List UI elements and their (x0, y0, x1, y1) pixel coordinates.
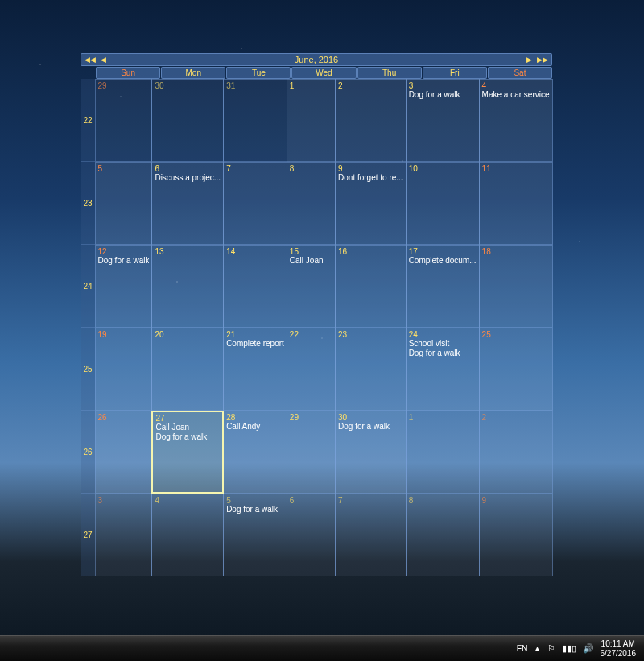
day-cell[interactable]: 3Dog for a walk (406, 79, 480, 162)
calendar-event[interactable]: Call Joan (290, 256, 332, 266)
day-cell[interactable]: 9Dont forget to re... (335, 162, 407, 245)
day-cell[interactable]: 30 (151, 79, 224, 162)
day-header-sun: Sun (96, 67, 160, 79)
day-cell[interactable]: 28Call Andy (223, 411, 287, 494)
day-number: 13 (155, 247, 221, 256)
calendar-event[interactable]: Dog for a walk (409, 90, 477, 100)
day-number: 4 (155, 496, 221, 505)
day-cell[interactable]: 24School visitDog for a walk (406, 328, 480, 411)
day-number: 7 (226, 164, 284, 173)
calendar-title: June, 2016 (295, 55, 338, 64)
calendar-event[interactable]: Call Andy (226, 422, 284, 432)
day-cell[interactable]: 26 (95, 411, 153, 494)
day-header-sat: Sat (488, 67, 552, 79)
day-number: 6 (290, 496, 332, 505)
calendar-event[interactable]: Dog for a walk (338, 422, 403, 432)
volume-icon[interactable]: 🔊 (583, 643, 594, 654)
day-number: 31 (226, 81, 284, 90)
calendar-event[interactable]: Dog for a walk (98, 256, 150, 266)
day-cell[interactable]: 2 (335, 79, 407, 162)
calendar-widget: ◀◀ ◀ June, 2016 ▶ ▶▶ SunMonTueWedThuFriS… (80, 53, 552, 576)
day-cell[interactable]: 5 (95, 162, 153, 245)
day-cell[interactable]: 6Discuss a projec... (151, 162, 224, 245)
week-number: 25 (80, 328, 95, 411)
day-cell[interactable]: 8 (406, 494, 480, 576)
day-cell[interactable]: 7 (223, 162, 287, 245)
day-number: 6 (155, 164, 221, 173)
day-cell[interactable]: 12Dog for a walk (95, 245, 153, 328)
day-cell[interactable]: 29 (287, 411, 336, 494)
day-cell[interactable]: 15Call Joan (287, 245, 336, 328)
calendar-event[interactable]: School visit (409, 339, 477, 349)
calendar-topbar: ◀◀ ◀ June, 2016 ▶ ▶▶ (80, 53, 552, 66)
day-number: 24 (409, 330, 477, 339)
day-header-mon: Mon (161, 67, 225, 79)
network-icon[interactable]: ▮▮▯ (562, 643, 576, 654)
day-number: 10 (409, 164, 477, 173)
day-number: 27 (155, 414, 220, 423)
tray-overflow-icon[interactable]: ▲ (535, 645, 541, 652)
action-center-icon[interactable]: ⚐ (547, 643, 555, 654)
day-cell[interactable]: 25 (479, 328, 553, 411)
taskbar[interactable]: EN ▲ ⚐ ▮▮▯ 🔊 10:11 AM 6/27/2016 (0, 635, 644, 661)
day-number: 26 (98, 413, 150, 422)
day-cell[interactable]: 14 (223, 245, 287, 328)
next-year-button[interactable]: ▶▶ (537, 56, 548, 64)
day-cell[interactable]: 3 (95, 494, 153, 576)
day-cell[interactable]: 1 (406, 411, 480, 494)
calendar-event[interactable]: Dog for a walk (226, 505, 284, 514)
day-cell[interactable]: 2 (479, 411, 553, 494)
day-cell[interactable]: 11 (479, 162, 553, 245)
calendar-event[interactable]: Dog for a walk (409, 349, 477, 358)
day-cell[interactable]: 31 (223, 79, 287, 162)
day-number: 19 (98, 330, 150, 339)
day-number: 1 (290, 81, 332, 90)
day-header-row: SunMonTueWedThuFriSat (80, 67, 552, 79)
taskbar-clock[interactable]: 10:11 AM 6/27/2016 (601, 639, 637, 659)
calendar-event[interactable]: Dog for a walk (155, 432, 220, 442)
day-cell[interactable]: 5Dog for a walk (223, 494, 287, 576)
taskbar-date: 6/27/2016 (601, 649, 637, 659)
day-number: 15 (290, 247, 332, 256)
day-cell[interactable]: 7 (335, 494, 407, 576)
day-number: 14 (226, 247, 284, 256)
day-cells-grid: 293031123Dog for a walk4Make a car servi… (95, 79, 552, 576)
day-number: 9 (338, 164, 403, 173)
week-number: 23 (80, 162, 95, 245)
calendar-event[interactable]: Make a car service (482, 90, 550, 100)
day-cell[interactable]: 13 (151, 245, 224, 328)
day-number: 5 (98, 164, 150, 173)
day-cell[interactable]: 6 (287, 494, 336, 576)
prev-year-button[interactable]: ◀◀ (85, 56, 96, 64)
day-cell[interactable]: 27Call JoanDog for a walk (151, 411, 224, 494)
day-cell[interactable]: 9 (479, 494, 553, 576)
calendar-event[interactable]: Complete report (226, 339, 284, 349)
system-tray: EN ▲ ⚐ ▮▮▯ 🔊 10:11 AM 6/27/2016 (517, 639, 644, 659)
next-month-button[interactable]: ▶ (526, 56, 532, 64)
day-cell[interactable]: 10 (406, 162, 480, 245)
day-cell[interactable]: 4 (151, 494, 224, 576)
day-cell[interactable]: 4Make a car service (479, 79, 553, 162)
day-cell[interactable]: 18 (479, 245, 553, 328)
week-number: 24 (80, 245, 95, 328)
day-cell[interactable]: 8 (287, 162, 336, 245)
day-number: 30 (155, 81, 221, 90)
day-header-fri: Fri (423, 67, 487, 79)
day-cell[interactable]: 21Complete report (223, 328, 287, 411)
day-cell[interactable]: 22 (287, 328, 336, 411)
language-indicator[interactable]: EN (517, 644, 528, 653)
day-cell[interactable]: 30Dog for a walk (335, 411, 407, 494)
day-cell[interactable]: 19 (95, 328, 153, 411)
day-cell[interactable]: 20 (151, 328, 224, 411)
day-cell[interactable]: 16 (335, 245, 407, 328)
calendar-event[interactable]: Complete docum... (409, 256, 477, 266)
day-cell[interactable]: 29 (95, 79, 153, 162)
day-cell[interactable]: 17Complete docum... (406, 245, 480, 328)
prev-month-button[interactable]: ◀ (101, 56, 106, 64)
calendar-event[interactable]: Dont forget to re... (338, 173, 403, 183)
day-header-wed: Wed (291, 67, 356, 79)
day-cell[interactable]: 1 (287, 79, 336, 162)
calendar-event[interactable]: Discuss a projec... (155, 173, 221, 183)
calendar-event[interactable]: Call Joan (155, 423, 220, 432)
day-cell[interactable]: 23 (335, 328, 407, 411)
